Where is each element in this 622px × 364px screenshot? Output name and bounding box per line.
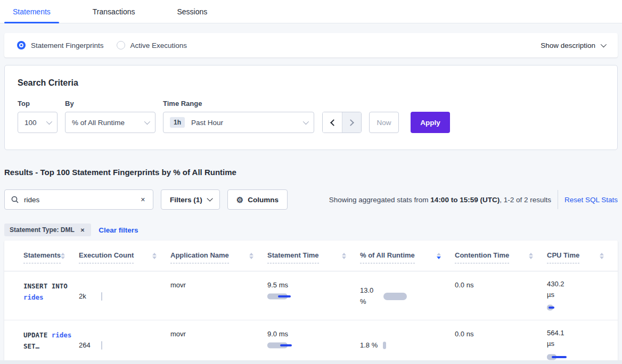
radio-selected-icon[interactable] xyxy=(17,41,26,49)
execution-count-bar xyxy=(101,341,102,350)
sort-icon[interactable] xyxy=(61,251,65,259)
time-range-value: Past Hour xyxy=(191,119,223,127)
table-header-row: Statements Execution Count Application N… xyxy=(4,241,618,271)
time-range-select[interactable]: 1h Past Hour xyxy=(163,112,314,133)
statement-time-bar xyxy=(267,293,301,300)
by-label: By xyxy=(65,100,156,107)
statement-fingerprint-cell: INSERT INTO rides xyxy=(4,271,79,320)
application-name-cell: movr xyxy=(170,271,267,320)
cpu-time-cell: 430.2 µs xyxy=(547,271,618,320)
pct-runtime-bar xyxy=(383,293,418,300)
radio-active-executions-label: Active Executions xyxy=(130,42,187,49)
clear-filters-link[interactable]: Clear filters xyxy=(99,226,138,234)
page-tabs: Statements Transactions Sessions xyxy=(0,0,622,23)
results-heading: Results - Top 100 Statement Fingerprints… xyxy=(4,168,618,177)
sort-icon-active-desc[interactable] xyxy=(437,251,441,259)
remove-filter-icon[interactable]: ✕ xyxy=(79,226,86,234)
tab-transactions[interactable]: Transactions xyxy=(84,0,144,23)
statement-fingerprint-cell: UPDATE rides SET… xyxy=(4,320,79,364)
search-icon xyxy=(11,196,19,203)
chevron-down-icon xyxy=(207,195,212,201)
execution-count-cell: 264 xyxy=(79,320,170,364)
bottom-edge-strip xyxy=(0,360,622,364)
tab-sessions[interactable]: Sessions xyxy=(168,0,216,23)
column-header-application-name[interactable]: Application Name xyxy=(170,241,267,271)
execution-count-cell: 2k xyxy=(79,271,170,320)
top-select[interactable]: 100 xyxy=(18,112,58,133)
chevron-down-icon xyxy=(46,119,52,125)
statement-time-cell: 9.5 ms xyxy=(267,271,360,320)
statement-time-bar xyxy=(267,342,301,349)
aggregated-stats-text: Showing aggregated stats from 14:00 to 1… xyxy=(329,196,551,204)
chevron-down-icon xyxy=(144,119,150,125)
columns-button-label: Columns xyxy=(248,196,279,204)
top-select-value: 100 xyxy=(24,119,37,127)
sort-icon[interactable] xyxy=(342,251,346,259)
contention-time-cell: 0.0 ns xyxy=(455,320,547,364)
chevron-left-icon xyxy=(330,119,337,126)
execution-count-bar xyxy=(101,292,102,301)
table-row[interactable]: INSERT INTO rides 2k movr 9.5 ms 13.0 % … xyxy=(4,271,618,320)
filters-button-label: Filters (1) xyxy=(170,196,202,204)
by-select[interactable]: % of All Runtime xyxy=(65,112,156,133)
column-header-statements[interactable]: Statements xyxy=(4,241,79,271)
chevron-down-icon xyxy=(303,119,309,125)
search-criteria-title: Search Criteria xyxy=(18,78,604,88)
cpu-time-bar xyxy=(547,304,581,311)
sort-icon[interactable] xyxy=(152,251,157,259)
chevron-right-icon xyxy=(347,119,354,126)
filter-chip-row: Statement Type: DML ✕ Clear filters xyxy=(4,224,618,236)
filter-chip-statement-type[interactable]: Statement Type: DML ✕ xyxy=(4,224,91,236)
view-toggle-bar: Statement Fingerprints Active Executions… xyxy=(4,33,618,57)
time-range-label: Time Range xyxy=(163,100,314,107)
radio-statement-fingerprints[interactable]: Statement Fingerprints xyxy=(17,41,104,49)
clear-search-icon[interactable]: ✕ xyxy=(140,195,146,204)
column-header-contention-time[interactable]: Contention Time xyxy=(455,241,547,271)
filter-chip-label: Statement Type: DML xyxy=(10,226,75,234)
results-toolbar: ✕ Filters (1) ⚙ Columns Showing aggregat… xyxy=(4,189,618,210)
pct-runtime-bar xyxy=(383,342,388,349)
sort-icon[interactable] xyxy=(529,251,533,259)
statement-time-cell: 9.0 ms xyxy=(267,320,360,364)
statement-link[interactable]: rides xyxy=(23,293,44,301)
radio-statement-fingerprints-label: Statement Fingerprints xyxy=(31,42,104,49)
search-criteria-panel: Search Criteria Top 100 By % of All Runt… xyxy=(4,65,618,150)
time-step-buttons xyxy=(322,112,362,133)
by-select-value: % of All Runtime xyxy=(72,119,125,127)
search-box[interactable]: ✕ xyxy=(4,189,153,210)
apply-button[interactable]: Apply xyxy=(411,112,450,133)
radio-active-executions[interactable]: Active Executions xyxy=(117,41,187,49)
now-button[interactable]: Now xyxy=(369,112,399,133)
column-header-pct-runtime[interactable]: % of All Runtime xyxy=(360,241,455,271)
contention-time-cell: 0.0 ns xyxy=(455,271,547,320)
reset-sql-stats-link[interactable]: Reset SQL Stats xyxy=(564,196,618,204)
columns-button[interactable]: ⚙ Columns xyxy=(227,189,288,210)
sort-icon[interactable] xyxy=(600,251,604,259)
show-description-toggle[interactable]: Show description xyxy=(541,42,605,49)
gear-icon: ⚙ xyxy=(236,196,243,204)
column-header-cpu-time[interactable]: CPU Time xyxy=(547,241,618,271)
show-description-label: Show description xyxy=(541,42,595,49)
pct-runtime-cell: 13.0 % xyxy=(360,271,455,320)
filters-button[interactable]: Filters (1) xyxy=(161,189,220,210)
statements-table: Statements Execution Count Application N… xyxy=(4,241,618,364)
toolbar-divider xyxy=(558,190,558,209)
cpu-time-bar xyxy=(547,353,581,361)
time-prev-button[interactable] xyxy=(323,112,342,133)
time-range-badge: 1h xyxy=(170,117,185,128)
tab-statements[interactable]: Statements xyxy=(4,0,59,23)
column-header-statement-time[interactable]: Statement Time xyxy=(267,241,360,271)
radio-unselected-icon[interactable] xyxy=(117,41,125,49)
application-name-cell: movr xyxy=(170,320,267,364)
sort-icon[interactable] xyxy=(249,251,253,259)
cpu-time-cell: 564.1 µs xyxy=(547,320,618,364)
table-row[interactable]: UPDATE rides SET… 264 movr 9.0 ms 1.8 % … xyxy=(4,320,618,364)
column-header-execution-count[interactable]: Execution Count xyxy=(79,241,170,271)
time-next-button[interactable] xyxy=(342,112,361,133)
statement-link[interactable]: rides xyxy=(52,331,72,339)
search-input[interactable] xyxy=(24,196,140,204)
top-label: Top xyxy=(18,100,58,107)
chevron-down-icon xyxy=(601,42,607,47)
pct-runtime-cell: 1.8 % xyxy=(360,320,455,364)
